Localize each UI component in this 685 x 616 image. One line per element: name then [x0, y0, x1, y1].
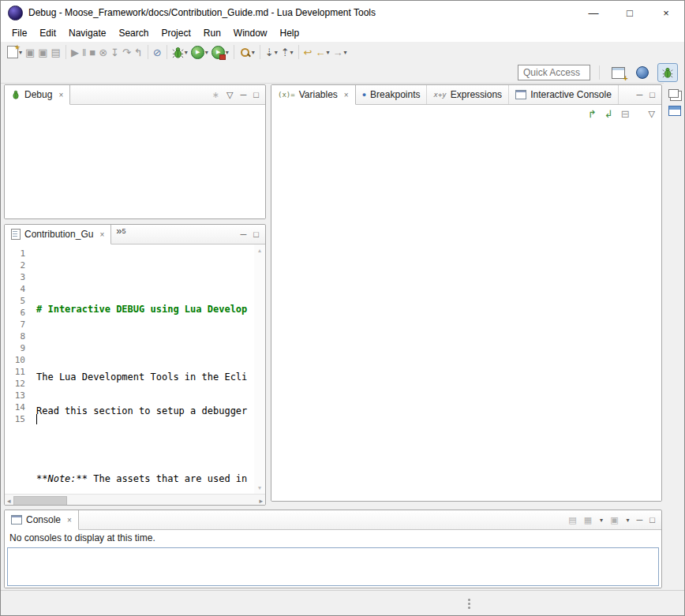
remove-all-terminated-icon[interactable]: ∗: [212, 91, 219, 99]
dropdown-arrow-icon[interactable]: ▾: [205, 49, 208, 56]
scroll-down-icon[interactable]: ▾: [258, 484, 261, 491]
scrollbar-thumb[interactable]: [13, 496, 67, 506]
tab-interactive-console[interactable]: Interactive Console: [509, 85, 619, 104]
tab-console[interactable]: Console ×: [5, 510, 79, 530]
menu-item-window[interactable]: Window: [227, 25, 274, 41]
collapse-all-icon[interactable]: ⊟: [621, 109, 630, 119]
run-button[interactable]: ▶ ▾: [190, 44, 209, 61]
view-menu-icon[interactable]: ▽: [649, 110, 655, 118]
open-perspective-button[interactable]: [608, 64, 627, 81]
horizontal-scrollbar[interactable]: ◂ ▸: [5, 494, 265, 506]
previous-annotation-button[interactable]: ⇡ ▾: [280, 46, 294, 59]
new-wizard-button[interactable]: ★ ▾: [6, 44, 23, 60]
menu-item-edit[interactable]: Edit: [33, 25, 62, 41]
menu-item-navigate[interactable]: Navigate: [62, 25, 112, 41]
debug-bug-icon: [172, 47, 184, 58]
menu-item-project[interactable]: Project: [155, 25, 197, 41]
tab-expressions[interactable]: x+y Expressions: [427, 85, 509, 104]
terminate-icon: ■: [89, 47, 95, 58]
maximize-view-icon[interactable]: □: [649, 516, 655, 525]
menu-item-file[interactable]: File: [6, 25, 33, 41]
dropdown-arrow-icon[interactable]: ▾: [290, 49, 294, 56]
perspective-button-ldt[interactable]: [633, 64, 652, 81]
minimize-view-icon[interactable]: ─: [241, 91, 247, 99]
tab-overflow-chevron[interactable]: »: [116, 225, 122, 244]
perspective-button-debug[interactable]: [657, 63, 678, 82]
restore-views-icon[interactable]: [668, 89, 679, 98]
minimize-window-button[interactable]: —: [575, 1, 612, 24]
close-window-button[interactable]: ×: [648, 1, 684, 24]
vertical-scrollbar[interactable]: ▴ ▾: [254, 245, 265, 494]
menu-item-help[interactable]: Help: [274, 25, 306, 41]
suspend-button[interactable]: ‖: [81, 46, 87, 59]
external-tools-button[interactable]: ▶ ▾: [211, 44, 230, 61]
debug-button[interactable]: ▾: [171, 45, 189, 60]
display-selected-console-icon[interactable]: ▦: [584, 516, 592, 525]
tab-debug[interactable]: Debug ×: [5, 85, 70, 105]
close-tab-icon[interactable]: ×: [67, 516, 72, 525]
line-number: 1: [5, 248, 25, 259]
dropdown-arrow-icon[interactable]: ▾: [344, 49, 347, 56]
maximize-view-icon[interactable]: □: [253, 91, 259, 99]
dropdown-arrow-icon[interactable]: ▾: [275, 49, 278, 56]
sash-handle[interactable]: [468, 597, 470, 610]
menu-item-run[interactable]: Run: [197, 25, 227, 41]
show-logical-structure-icon[interactable]: ↱: [588, 109, 597, 119]
resume-button[interactable]: ▶: [70, 46, 80, 59]
step-into-button[interactable]: ↧: [110, 46, 120, 59]
next-annotation-button[interactable]: ⇣ ▾: [264, 46, 279, 59]
tab-contribution-guide[interactable]: Contribution_Gu ×: [5, 225, 111, 245]
close-tab-icon[interactable]: ×: [58, 91, 63, 99]
minimize-view-icon[interactable]: ─: [241, 230, 247, 239]
close-tab-icon[interactable]: ×: [344, 91, 349, 99]
forward-button[interactable]: → ▾: [332, 46, 348, 59]
dropdown-arrow-icon[interactable]: ▾: [627, 517, 630, 524]
editor-text-area[interactable]: # Interactive DEBUG using Lua Develop Th…: [32, 245, 254, 494]
line-number: 7: [5, 319, 25, 330]
quick-access-input[interactable]: [518, 65, 590, 80]
disconnect-button[interactable]: ⊗: [98, 46, 108, 59]
pin-console-icon[interactable]: ▤: [568, 516, 576, 525]
save-all-button[interactable]: ▣: [37, 46, 48, 59]
variables-view-content: ↱ ↲ ⊟ ▽: [271, 105, 661, 502]
add-global-variables-icon[interactable]: ↲: [605, 109, 613, 119]
dropdown-arrow-icon[interactable]: ▾: [185, 49, 188, 56]
view-menu-icon[interactable]: ▽: [226, 91, 233, 99]
console-panel: Console × ▤ ▦ ▾ ▣ ▾ ─ □ No consoles to d…: [4, 510, 662, 588]
maximize-window-button[interactable]: □: [612, 1, 648, 24]
debug-view-panel: Debug × ∗ ▽ ─ □: [4, 84, 266, 219]
interactive-console-icon: [515, 90, 526, 99]
dropdown-arrow-icon[interactable]: ▾: [600, 517, 603, 524]
run-icon: ▶: [191, 46, 204, 59]
status-bar: [1, 590, 684, 616]
scroll-up-icon[interactable]: ▴: [258, 247, 261, 254]
dropdown-arrow-icon[interactable]: ▾: [252, 49, 255, 56]
back-button[interactable]: ← ▾: [314, 46, 330, 59]
minimize-view-icon[interactable]: ─: [637, 516, 643, 525]
ldt-perspective-icon: [636, 66, 649, 79]
last-edit-location-button[interactable]: ↩: [303, 46, 313, 59]
open-console-icon[interactable]: ▣: [610, 516, 618, 525]
dropdown-arrow-icon[interactable]: ▾: [226, 49, 229, 56]
scrollbar-track[interactable]: [13, 496, 257, 505]
menu-item-search[interactable]: Search: [112, 25, 155, 41]
tab-breakpoints[interactable]: ● Breakpoints: [356, 85, 428, 104]
scroll-right-icon[interactable]: ▸: [259, 497, 263, 505]
view-shortcut-icon[interactable]: [668, 106, 681, 116]
dropdown-arrow-icon[interactable]: ▾: [326, 49, 329, 56]
print-button[interactable]: ▤: [51, 46, 62, 59]
terminate-button[interactable]: ■: [88, 46, 96, 59]
search-button[interactable]: ▾: [238, 45, 256, 60]
maximize-view-icon[interactable]: □: [649, 91, 655, 99]
tab-variables[interactable]: (x)= Variables ×: [271, 85, 356, 105]
step-over-button[interactable]: ↷: [122, 46, 132, 59]
maximize-view-icon[interactable]: □: [253, 230, 259, 239]
close-tab-icon[interactable]: ×: [99, 230, 104, 239]
step-return-button[interactable]: ↰: [133, 46, 144, 59]
skip-all-breakpoints-button[interactable]: ⊘: [152, 46, 163, 59]
file-icon: [11, 229, 21, 240]
scroll-left-icon[interactable]: ◂: [7, 497, 11, 505]
save-button[interactable]: ▣: [24, 46, 36, 59]
expressions-icon: x+y: [433, 91, 446, 99]
minimize-view-icon[interactable]: ─: [637, 91, 643, 99]
